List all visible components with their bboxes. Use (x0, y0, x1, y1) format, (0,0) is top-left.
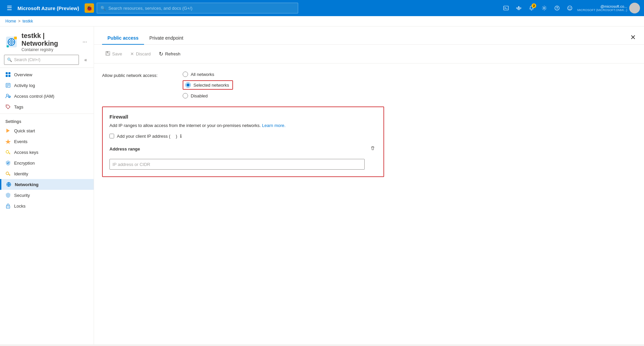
sidebar-divider-2 (0, 114, 94, 114)
sidebar-item-tags[interactable]: Tags (0, 101, 94, 112)
svg-point-5 (633, 6, 636, 8)
tags-icon (5, 104, 11, 110)
radio-disabled[interactable]: Disabled (183, 93, 233, 98)
sidebar-item-quick-start[interactable]: Quick start (0, 125, 94, 136)
sidebar-item-label: Identity (14, 171, 28, 176)
sidebar-item-locks[interactable]: Locks (0, 201, 94, 211)
main-layout: testkk | Networking Container registry ·… (0, 27, 644, 344)
svg-rect-29 (106, 51, 108, 53)
sidebar-item-label: Locks (14, 204, 26, 209)
notifications-icon[interactable]: 2 (526, 3, 537, 13)
sidebar-collapse-button[interactable]: « (82, 56, 90, 63)
svg-point-22 (6, 150, 9, 153)
network-access-options: All networks Selected networks Disabled (183, 72, 233, 98)
sidebar-item-activity-log[interactable]: Activity log (0, 80, 94, 91)
delete-button[interactable] (369, 144, 377, 154)
access-control-icon (5, 93, 11, 99)
sidebar-item-access-keys[interactable]: Access keys (0, 147, 94, 158)
save-button[interactable]: Save (102, 49, 126, 59)
svg-rect-11 (14, 37, 17, 39)
sidebar-header: testkk | Networking Container registry ·… (0, 27, 94, 55)
encryption-icon (5, 160, 11, 166)
feedback-icon[interactable] (564, 3, 575, 13)
firewall-title: Firewall (109, 114, 377, 120)
svg-rect-30 (106, 53, 109, 55)
breadcrumb-resource[interactable]: testkk (22, 19, 33, 24)
sidebar-item-identity[interactable]: Identity (0, 168, 94, 179)
radio-input-disabled[interactable] (183, 93, 188, 98)
refresh-label: Refresh (165, 51, 181, 56)
radio-all-networks[interactable]: All networks (183, 72, 233, 77)
help-icon[interactable] (552, 3, 562, 13)
sidebar-item-networking[interactable]: Networking (0, 179, 94, 190)
tab-public-access[interactable]: Public access (102, 32, 144, 45)
search-placeholder: Search resources, services, and docs (G+… (108, 6, 192, 11)
user-email: @microsoft.co... (600, 4, 627, 8)
sidebar-item-encryption[interactable]: Encryption (0, 158, 94, 168)
topbar-right: 2 @microsoft.co... MICROSOFT (MICROSOFT.… (501, 3, 640, 13)
networking-icon (6, 182, 11, 187)
sidebar-item-access-control[interactable]: Access control (IAM) (0, 91, 94, 101)
svg-point-3 (557, 9, 557, 10)
notifications-badge: 2 (532, 3, 536, 8)
info-icon[interactable]: ℹ (180, 133, 182, 139)
sidebar-item-events[interactable]: Events (0, 136, 94, 147)
breadcrumb-home[interactable]: Home (5, 19, 16, 24)
settings-icon[interactable] (539, 3, 550, 13)
network-access-field: Allow public network access: All network… (102, 72, 636, 98)
user-profile[interactable]: @microsoft.co... MICROSOFT (MICROSOFT.ON… (577, 4, 627, 12)
radio-label-disabled: Disabled (191, 93, 208, 98)
svg-point-27 (8, 207, 8, 207)
search-icon: 🔍 (7, 57, 12, 62)
radio-label-selected: Selected networks (193, 83, 229, 88)
network-access-label: Allow public network access: (102, 72, 169, 78)
radio-input-selected[interactable] (185, 82, 191, 88)
sidebar-item-label: Access keys (14, 150, 38, 155)
global-search[interactable]: 🔍 Search resources, services, and docs (… (97, 3, 298, 13)
topbar: ☰ Microsoft Azure (Preview) 🐞 🔍 Search r… (0, 0, 644, 16)
refresh-button[interactable]: ↻ Refresh (155, 49, 184, 59)
learn-more-link[interactable]: Learn more. (262, 123, 285, 128)
tab-private-endpoint[interactable]: Private endpoint (144, 32, 189, 45)
user-org: MICROSOFT (MICROSOFT.ONMI...) (577, 8, 627, 12)
sidebar-item-label: Security (14, 193, 30, 198)
terminal-icon[interactable] (501, 3, 511, 13)
ip-address-input[interactable] (109, 159, 365, 170)
azure-logo: Microsoft Azure (Preview) (17, 5, 79, 11)
cloud-shell-icon[interactable] (513, 3, 524, 13)
svg-rect-12 (6, 72, 8, 74)
bug-icon[interactable]: 🐞 (85, 3, 94, 13)
content-body: Allow public network access: All network… (94, 63, 644, 185)
radio-input-all[interactable] (183, 72, 188, 77)
sidebar-item-security[interactable]: Security (0, 190, 94, 201)
user-avatar[interactable] (629, 3, 640, 13)
svg-marker-20 (6, 129, 10, 133)
sidebar-resource-title: testkk | Networking (21, 32, 77, 47)
save-label: Save (112, 51, 122, 56)
overview-icon (5, 72, 11, 77)
sidebar-item-label: Tags (14, 104, 23, 110)
events-icon (5, 139, 11, 144)
sidebar-item-label: Quick start (14, 128, 35, 133)
sidebar-title-block: testkk | Networking Container registry (21, 32, 77, 52)
client-ip-checkbox[interactable] (109, 134, 114, 138)
address-range-header: Address range (109, 144, 377, 154)
svg-point-9 (11, 41, 12, 43)
save-icon (105, 51, 110, 57)
close-button[interactable]: ✕ (628, 32, 639, 43)
svg-rect-15 (8, 75, 10, 77)
radio-selected-networks[interactable]: Selected networks (183, 80, 233, 90)
sidebar-item-overview[interactable]: Overview (0, 69, 94, 80)
sidebar-search[interactable]: 🔍 Search (Ctrl+/) (4, 55, 79, 65)
quick-start-icon (5, 128, 11, 133)
more-options-button[interactable]: ··· (81, 38, 88, 46)
hamburger-menu-button[interactable]: ☰ (4, 3, 15, 13)
discard-button[interactable]: ✕ Discard (127, 49, 154, 58)
search-icon: 🔍 (100, 6, 106, 11)
firewall-section: Firewall Add IP ranges to allow access f… (102, 106, 384, 177)
radio-label-all: All networks (191, 72, 214, 77)
svg-rect-14 (6, 75, 8, 77)
sidebar-item-label: Networking (15, 182, 39, 187)
svg-point-17 (6, 94, 8, 96)
client-ip-checkbox-row: Add your client IP address ( ) ℹ (109, 133, 377, 139)
